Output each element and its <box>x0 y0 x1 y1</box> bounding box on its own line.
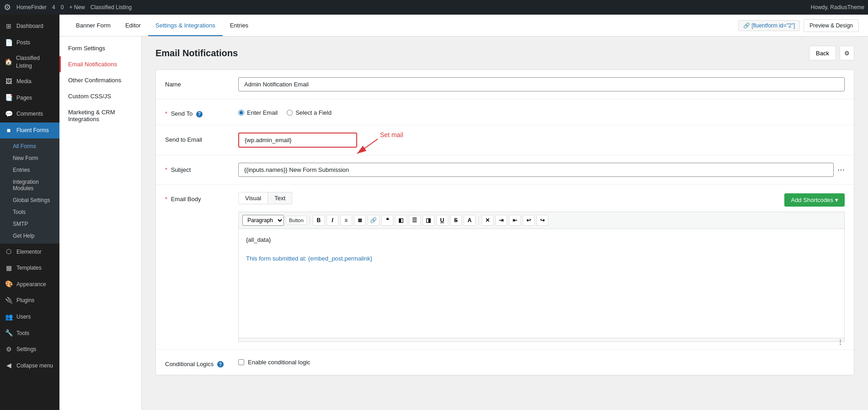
sidebar-item-settings[interactable]: ⚙ Settings <box>0 341 59 358</box>
bold-button[interactable]: B <box>313 215 325 226</box>
comments-icon: 💬 <box>5 110 13 119</box>
underline-button[interactable]: U <box>436 215 448 226</box>
submenu-item-entries[interactable]: Entries <box>0 164 59 176</box>
pages-icon: 📑 <box>5 93 13 102</box>
sidebar-item-label: Elementor <box>16 248 42 256</box>
editor-resize-handle[interactable]: ⋮ <box>238 338 845 342</box>
enter-email-radio[interactable] <box>238 110 244 116</box>
sidebar-item-users[interactable]: 👥 Users <box>0 309 59 325</box>
settings-icon-button[interactable]: ⚙ <box>840 46 854 60</box>
name-input[interactable] <box>238 77 845 91</box>
sidebar-item-label: Fluent Forms <box>16 127 49 134</box>
conditional-logic-checkbox-label: Enable conditional logic <box>248 359 311 366</box>
paragraph-select[interactable]: Paragraph <box>242 215 284 226</box>
tab-text[interactable]: Text <box>268 192 292 204</box>
sec-menu-custom-css-js[interactable]: Custom CSS/JS <box>59 88 141 104</box>
link-button[interactable]: 🔗 <box>368 215 380 226</box>
submenu-item-smtp[interactable]: SMTP <box>0 218 59 230</box>
sec-menu-other-confirmations[interactable]: Other Confirmations <box>59 72 141 88</box>
send-to-email-input[interactable] <box>238 133 357 148</box>
tab-settings-integrations[interactable]: Settings & Integrations <box>148 16 223 36</box>
required-marker: * <box>165 110 167 117</box>
name-label: Name <box>165 77 229 88</box>
sidebar-item-dashboard[interactable]: ⊞ Dashboard <box>0 18 59 35</box>
editor-body[interactable]: {all_data} This form submitted at: {embe… <box>238 229 845 338</box>
name-field-content <box>238 77 845 91</box>
wp-logo-icon[interactable]: ⚙ <box>4 2 11 12</box>
sidebar-item-label: Templates <box>16 264 42 272</box>
admin-bar: ⚙ HomeFinder 4 0 + New Classified Listin… <box>0 0 868 15</box>
site-name[interactable]: HomeFinder <box>16 4 47 11</box>
submenu-item-integration-modules[interactable]: Integration Modules <box>0 176 59 194</box>
redo-button[interactable]: ↪ <box>536 215 548 226</box>
select-field-option[interactable]: Select a Field <box>287 109 332 116</box>
conditional-logics-field-content: Enable conditional logic <box>238 359 845 366</box>
main-panel: Email Notifications Back ⚙ Name <box>142 37 868 410</box>
subject-input[interactable] <box>238 163 834 177</box>
sidebar-item-templates[interactable]: ▦ Templates <box>0 260 59 277</box>
body-content-line1: {all_data} <box>246 235 837 245</box>
tab-banner-form[interactable]: Banner Form <box>69 16 118 36</box>
conditional-logic-checkbox-input[interactable] <box>238 359 244 365</box>
sidebar-item-comments[interactable]: 💬 Comments <box>0 106 59 122</box>
text-color-button[interactable]: A <box>464 215 476 226</box>
send-to-email-row: Send to Email Set mail <box>156 125 854 155</box>
add-shortcodes-button[interactable]: Add Shortcodes ▾ <box>784 193 845 207</box>
sidebar-item-label: Media <box>16 78 32 85</box>
undo-button[interactable]: ↩ <box>523 215 535 226</box>
button-element[interactable]: Button <box>286 216 307 225</box>
submenu-item-get-help[interactable]: Get Help <box>0 230 59 242</box>
clear-format-button[interactable]: ✕ <box>482 215 493 226</box>
outdent-button[interactable]: ⇤ <box>509 215 521 226</box>
sidebar-item-plugins[interactable]: 🔌 Plugins <box>0 293 59 309</box>
tab-entries[interactable]: Entries <box>223 16 256 36</box>
sidebar-item-elementor[interactable]: ⬡ Elementor <box>0 244 59 260</box>
sidebar-item-appearance[interactable]: 🎨 Appearance <box>0 276 59 293</box>
notifications-count[interactable]: 4 <box>52 4 55 11</box>
conditional-logics-info-icon[interactable]: ? <box>217 361 224 367</box>
sec-menu-form-settings[interactable]: Form Settings <box>59 40 141 56</box>
align-right-button[interactable]: ◨ <box>423 215 434 226</box>
enter-email-option[interactable]: Enter Email <box>238 109 278 116</box>
submenu-item-new-form[interactable]: New Form <box>0 152 59 164</box>
elementor-icon: ⬡ <box>5 247 13 256</box>
back-button[interactable]: Back <box>809 46 836 60</box>
unordered-list-button[interactable]: ≡ <box>340 215 352 226</box>
ordered-list-button[interactable]: ≣ <box>354 215 366 226</box>
submenu-item-global-settings[interactable]: Global Settings <box>0 194 59 206</box>
indent-button[interactable]: ⇥ <box>495 215 507 226</box>
preview-design-button[interactable]: Preview & Design <box>804 19 859 32</box>
submenu-item-tools[interactable]: Tools <box>0 206 59 218</box>
align-center-button[interactable]: ☰ <box>409 215 421 226</box>
sec-menu-marketing-crm[interactable]: Marketing & CRM Integrations <box>59 104 141 127</box>
send-to-info-icon[interactable]: ? <box>196 111 203 117</box>
shortcode-button[interactable]: 🔗 [fluentform id="2"] <box>738 20 800 31</box>
sidebar-item-tools[interactable]: 🔧 Tools <box>0 325 59 341</box>
tab-visual[interactable]: Visual <box>238 192 268 204</box>
form-tabs-bar: Banner Form Editor Settings & Integratio… <box>59 15 868 37</box>
sidebar-item-classified-listing[interactable]: 🏠 Classified Listing <box>0 51 59 74</box>
comments-count[interactable]: 0 <box>61 4 64 11</box>
subject-wrapper: ⋯ <box>238 163 845 177</box>
submenu-item-all-forms[interactable]: All Forms <box>0 140 59 152</box>
blockquote-button[interactable]: ❝ <box>381 215 393 226</box>
sidebar-item-label: Users <box>16 313 31 321</box>
select-field-radio[interactable] <box>287 110 293 116</box>
strikethrough-button[interactable]: S <box>450 215 462 226</box>
subject-label: * Subject <box>165 163 229 173</box>
italic-button[interactable]: I <box>327 215 338 226</box>
enable-conditional-logic-checkbox[interactable]: Enable conditional logic <box>238 359 845 366</box>
subject-row: * Subject ⋯ <box>156 155 854 185</box>
tab-editor[interactable]: Editor <box>118 16 148 36</box>
new-content-button[interactable]: + New <box>69 4 85 11</box>
align-left-button[interactable]: ◧ <box>395 215 407 226</box>
sidebar-item-collapse[interactable]: ◀ Collapse menu <box>0 357 59 374</box>
subject-field-content: ⋯ <box>238 163 845 177</box>
sidebar-item-label: Posts <box>16 39 30 47</box>
sidebar-item-posts[interactable]: 📄 Posts <box>0 35 59 51</box>
sidebar-item-pages[interactable]: 📑 Pages <box>0 90 59 106</box>
subject-options-icon[interactable]: ⋯ <box>837 165 845 174</box>
sec-menu-email-notifications[interactable]: Email Notifications <box>59 56 141 72</box>
sidebar-item-fluent-forms[interactable]: ■ Fluent Forms <box>0 122 59 139</box>
sidebar-item-media[interactable]: 🖼 Media <box>0 74 59 90</box>
